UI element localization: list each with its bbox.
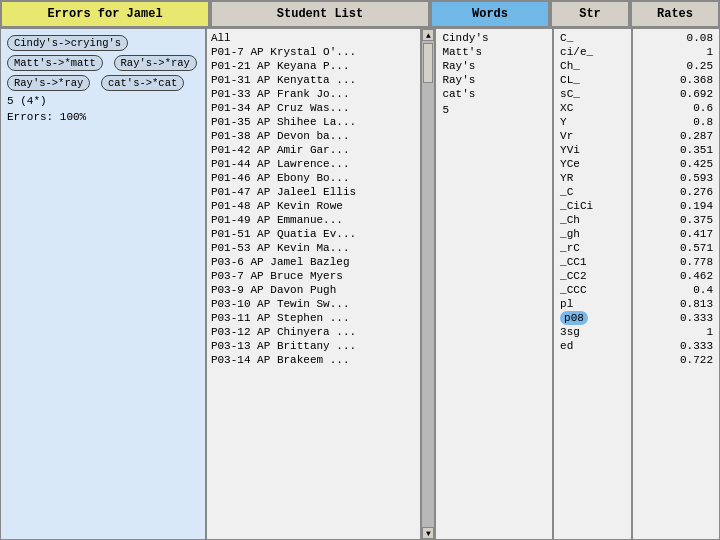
rates-panel: 0.0810.250.3680.6920.60.80.2870.3510.425… [632,28,720,540]
words-panel: Cindy'sMatt'sRay'sRay'scat's5 [435,28,553,540]
student-item[interactable]: P03-11 AP Stephen ... [207,311,421,325]
rate-item: 0.287 [637,129,715,143]
rate-item: 0.722 [637,353,715,367]
rate-item: 0.425 [637,157,715,171]
str-item: YCe [558,157,627,171]
word-item: Ray's [440,73,548,87]
errors-summary: 5 (4*) [5,93,201,109]
errors-percent: Errors: 100% [5,109,201,125]
rate-item: 0.462 [637,269,715,283]
str-item: _CC2 [558,269,627,283]
rate-item: 0.813 [637,297,715,311]
rate-item: 0.194 [637,199,715,213]
rate-item: 0.593 [637,171,715,185]
rate-item: 0.4 [637,283,715,297]
str-item: Y [558,115,627,129]
rate-item: 0.368 [637,73,715,87]
str-item: _CCC [558,283,627,297]
students-panel[interactable]: AllP01-7 AP Krystal O'...P01-21 AP Keyan… [206,28,422,540]
str-item: _C [558,185,627,199]
rate-item: 0.375 [637,213,715,227]
student-item[interactable]: P03-7 AP Bruce Myers [207,269,421,283]
str-item: YR [558,171,627,185]
word-item: Ray's [440,59,548,73]
str-item: ci/e_ [558,45,627,59]
str-item: Vr [558,129,627,143]
student-item[interactable]: P01-38 AP Devon ba... [207,129,421,143]
str-panel: C_ci/e_Ch_CL_sC_XCYVrYViYCeYR_C_CiCi_Ch_… [553,28,632,540]
rate-item: 0.351 [637,143,715,157]
scroll-thumb[interactable] [423,43,433,83]
student-item[interactable]: P01-47 AP Jaleel Ellis [207,185,421,199]
student-item[interactable]: P03-12 AP Chinyera ... [207,325,421,339]
str-item: _CC1 [558,255,627,269]
str-item: YVi [558,143,627,157]
str-header: Str [550,0,630,28]
student-item[interactable]: P01-34 AP Cruz Was... [207,101,421,115]
rate-item: 0.25 [637,59,715,73]
student-item[interactable]: P01-21 AP Keyana P... [207,59,421,73]
str-item: ed [558,339,627,353]
rate-item: 0.08 [637,31,715,45]
rate-item: 1 [637,325,715,339]
str-item: p08 [558,311,627,325]
rate-item: 0.276 [637,185,715,199]
student-item[interactable]: P03-14 AP Brakeem ... [207,353,421,367]
rates-header: Rates [630,0,720,28]
student-item[interactable]: All [207,31,421,45]
rate-item: 0.417 [637,227,715,241]
scroll-up-btn[interactable]: ▲ [422,29,434,41]
rate-item: 1 [637,45,715,59]
student-item[interactable]: P01-35 AP Shihee La... [207,115,421,129]
students-scrollbar[interactable]: ▲ ▼ [421,28,435,540]
str-item: _Ch [558,213,627,227]
rate-item: 0.571 [637,241,715,255]
scroll-track[interactable] [422,41,434,527]
student-item[interactable]: P01-33 AP Frank Jo... [207,87,421,101]
error-item-5[interactable]: cat's->*cat [101,75,184,91]
str-item: Ch_ [558,59,627,73]
word-item: Cindy's [440,31,548,45]
str-item: _CiCi [558,199,627,213]
student-item[interactable]: P01-44 AP Lawrence... [207,157,421,171]
student-item[interactable]: P03-10 AP Tewin Sw... [207,297,421,311]
word-item: cat's [440,87,548,101]
error-item-1[interactable]: Cindy's->crying's [7,35,128,51]
rate-item: 0.778 [637,255,715,269]
rate-item: 0.8 [637,115,715,129]
str-item: CL_ [558,73,627,87]
str-item: _gh [558,227,627,241]
errors-panel: Cindy's->crying's Matt's->*matt Ray's->*… [0,28,206,540]
student-item[interactable]: P03-9 AP Davon Pugh [207,283,421,297]
student-item[interactable]: P01-7 AP Krystal O'... [207,45,421,59]
str-item: sC_ [558,87,627,101]
student-item[interactable]: P01-53 AP Kevin Ma... [207,241,421,255]
rate-item: 0.333 [637,339,715,353]
error-item-3[interactable]: Ray's->*ray [114,55,197,71]
word-item: Matt's [440,45,548,59]
errors-header: Errors for Jamel [0,0,210,28]
str-item: pl [558,297,627,311]
str-item: _rC [558,241,627,255]
scroll-down-btn[interactable]: ▼ [422,527,434,539]
student-item[interactable]: P01-31 AP Kenyatta ... [207,73,421,87]
word-item: 5 [440,103,548,117]
student-item[interactable]: P01-48 AP Kevin Rowe [207,199,421,213]
student-item[interactable]: P03-13 AP Brittany ... [207,339,421,353]
str-item: C_ [558,31,627,45]
student-item[interactable]: P03-6 AP Jamel Bazleg [207,255,421,269]
student-item[interactable]: P01-51 AP Quatia Ev... [207,227,421,241]
rate-item: 0.6 [637,101,715,115]
rate-item: 0.692 [637,87,715,101]
student-item[interactable]: P01-42 AP Amir Gar... [207,143,421,157]
str-item: XC [558,101,627,115]
words-header: Words [430,0,550,28]
error-item-4[interactable]: Ray's->*ray [7,75,90,91]
student-item[interactable]: P01-46 AP Ebony Bo... [207,171,421,185]
student-item[interactable]: P01-49 AP Emmanue... [207,213,421,227]
error-item-2[interactable]: Matt's->*matt [7,55,103,71]
rate-item: 0.333 [637,311,715,325]
str-item: 3sg [558,325,627,339]
students-header: Student List [210,0,430,28]
highlighted-str: p08 [560,311,588,325]
